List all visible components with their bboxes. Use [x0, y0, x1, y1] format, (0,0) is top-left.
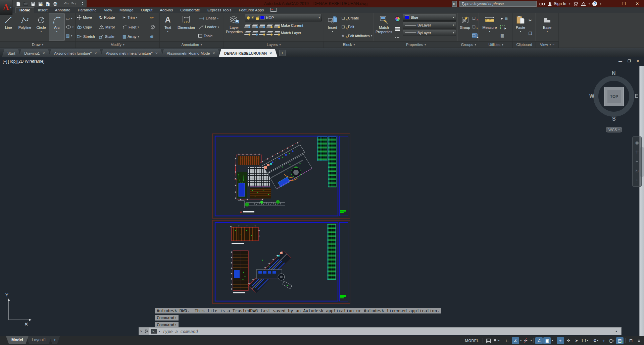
selection-cycling-icon[interactable]: ✛: [565, 337, 572, 344]
redo-button[interactable]: ↷▾: [71, 1, 76, 6]
plot-preview-icon[interactable]: ➜: [45, 1, 50, 6]
snap-mode-icon[interactable]: ▾: [493, 337, 500, 344]
quick-select-icon[interactable]: ➤▤: [500, 15, 508, 22]
a360-icon[interactable]: [581, 2, 586, 6]
match-layer-button[interactable]: Match Layer: [275, 30, 301, 36]
base-button[interactable]: Base ▾: [540, 13, 555, 41]
isolate-objects-icon[interactable]: ▢○: [608, 337, 615, 344]
arc-button[interactable]: Arc ▾: [49, 13, 64, 41]
paste-button[interactable]: Paste ▾: [514, 13, 527, 41]
text-button[interactable]: A Text ▾: [161, 13, 175, 41]
tab-add-ins[interactable]: Add-ins: [156, 8, 177, 13]
group-button[interactable]: Group: [459, 13, 471, 41]
circle-button[interactable]: Circle ▾: [34, 13, 49, 41]
file-tab-aksono-metri-meja-furniture[interactable]: Aksono metri meja furniture*✕: [101, 49, 163, 57]
file-tab-aksonometri-ruang-mode[interactable]: Aksonometri-Ruang-Mode✕: [161, 49, 220, 57]
dynamic-input-icon[interactable]: ➤: [573, 337, 580, 344]
isometric-drafting-icon[interactable]: ✛╱: [522, 337, 530, 344]
stretch-button[interactable]: Stretch: [77, 33, 97, 40]
panel-label-annotation[interactable]: Annotation▾: [160, 41, 224, 48]
line-button[interactable]: Line: [1, 13, 16, 41]
layer-unlock-all-icon[interactable]: [266, 31, 273, 35]
command-bar-grip[interactable]: ✕: [139, 328, 149, 335]
panel-label-draw[interactable]: Draw▾: [0, 41, 75, 48]
command-input[interactable]: [162, 329, 613, 334]
trim-button[interactable]: ✂Trim▾: [122, 14, 148, 21]
layer-unlock-icon[interactable]: [256, 17, 259, 20]
object-snap-tracking-icon[interactable]: ∠: [535, 337, 543, 344]
snap-marker-icon[interactable]: ⌖: [557, 337, 564, 344]
block-edit-button[interactable]: ❏✎Edit: [342, 23, 372, 30]
layer-isolate-icon[interactable]: [252, 24, 258, 27]
orbit-icon[interactable]: ↻: [635, 169, 639, 174]
panel-label-clipboard[interactable]: Clipboard: [513, 41, 536, 48]
nav-wheel-icon[interactable]: ◉: [635, 140, 639, 145]
undo-button[interactable]: ↶▾: [64, 1, 69, 6]
annotation-scale-control[interactable]: 1:1▾: [581, 337, 588, 344]
restore-button[interactable]: ❐: [617, 0, 631, 7]
vertical-scrollbar[interactable]: [639, 66, 644, 336]
leader-button[interactable]: Leader▾: [198, 23, 222, 30]
viewport-view-control[interactable]: [Top]: [8, 59, 17, 64]
application-menu-button[interactable]: A▾: [0, 0, 12, 15]
layout1-tab[interactable]: Layout1: [27, 336, 52, 344]
help-icon[interactable]: ?: [592, 1, 597, 6]
tab-insert[interactable]: Insert: [34, 8, 51, 13]
copy-clip-icon[interactable]: ❐: [529, 30, 532, 37]
file-tab-aksono-metri-furniture[interactable]: Aksono metri furniture*✕: [49, 49, 102, 57]
new-icon[interactable]: [16, 1, 21, 6]
color-wheel-icon[interactable]: [395, 16, 400, 21]
layer-dropdown[interactable]: ☀ KOP ▾: [245, 14, 322, 21]
tab-manage[interactable]: Manage: [116, 8, 137, 13]
ungroup-icon[interactable]: ❏✕: [472, 16, 477, 20]
panel-label-utilities[interactable]: Utilities▾: [479, 41, 512, 48]
block-create-button[interactable]: ❏✶Create: [342, 15, 372, 21]
viewcube-top-face[interactable]: TOP: [604, 87, 624, 106]
panel-label-block[interactable]: Block▾: [324, 41, 374, 48]
pan-icon[interactable]: ✛: [635, 150, 639, 155]
cart-icon[interactable]: [573, 2, 578, 6]
new-drawing-tab-button[interactable]: +: [279, 50, 286, 56]
polyline-button[interactable]: Polyline: [17, 13, 33, 41]
grid-display-icon[interactable]: [485, 337, 492, 344]
new-layout-button[interactable]: +: [49, 336, 60, 344]
rotate-button[interactable]: ↻Rotate: [99, 14, 120, 21]
offset-button[interactable]: ⋐: [150, 33, 157, 40]
panel-label-view[interactable]: View▾➘: [536, 41, 558, 48]
group-edit-icon[interactable]: ❏✎: [472, 25, 477, 29]
save-as-icon[interactable]: ✎: [38, 1, 43, 6]
dimension-button[interactable]: Dimension: [176, 13, 197, 41]
panel-label-properties[interactable]: Properties▾: [374, 41, 458, 48]
close-tab-icon[interactable]: ✕: [43, 52, 45, 55]
layer-unisolate-icon[interactable]: [244, 31, 251, 35]
close-tab-icon[interactable]: ✕: [269, 52, 272, 55]
tab-parametric[interactable]: Parametric: [74, 8, 100, 13]
edit-attributes-button[interactable]: ◈✎Edit Attributes▾: [342, 33, 372, 39]
doc-close-icon[interactable]: ✕: [636, 59, 639, 63]
a360-dropdown-icon[interactable]: ▾: [589, 3, 590, 5]
close-tab-icon[interactable]: ✕: [212, 52, 215, 55]
command-customize-icon[interactable]: [144, 330, 148, 333]
doc-restore-icon[interactable]: ❐: [628, 59, 631, 63]
file-tab-denah-keseluruhan[interactable]: DENAH-KESELURUHAN✕: [219, 49, 278, 57]
linetype-dropdown[interactable]: ByLayer ▾: [403, 29, 456, 36]
file-tab-drawing1[interactable]: Drawing1✕: [19, 49, 50, 57]
sign-in-button[interactable]: Sign In: [548, 1, 566, 6]
wcs-menu[interactable]: WCS▾: [606, 127, 622, 132]
match-properties-button[interactable]: Match Properties: [375, 13, 393, 41]
tab-output[interactable]: Output: [137, 8, 156, 13]
help-dropdown-icon[interactable]: ▾: [600, 3, 601, 5]
tab-view[interactable]: View: [100, 8, 116, 13]
copy-button[interactable]: Copy: [77, 24, 97, 31]
viewcube-east[interactable]: E: [635, 93, 638, 99]
panel-label-modify[interactable]: Modify▾: [76, 41, 159, 48]
erase-button[interactable]: ✏: [150, 14, 157, 21]
viewcube-south[interactable]: S: [612, 116, 616, 122]
object-color-dropdown[interactable]: Blue ▾: [403, 14, 456, 21]
layer-on-icon[interactable]: [247, 16, 250, 19]
file-tab-start[interactable]: Start: [2, 49, 20, 57]
tab-collaborate[interactable]: Collaborate: [177, 8, 204, 13]
fillet-button[interactable]: Fillet▾: [122, 24, 148, 31]
layer-color-swatch[interactable]: [260, 16, 265, 19]
move-button[interactable]: Move: [77, 14, 97, 21]
